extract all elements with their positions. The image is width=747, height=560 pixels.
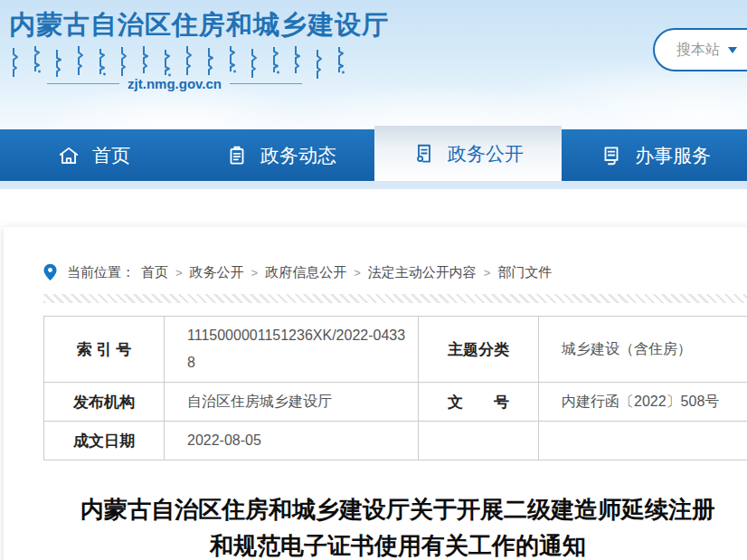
nav-item-home[interactable]: 首页 (0, 129, 187, 181)
index-number-value: 1115000001151236XK/2022-04338 (165, 317, 419, 383)
url-rule-left (47, 83, 119, 84)
nav-item-news[interactable]: 政务动态 (187, 129, 374, 181)
service-icon (600, 144, 623, 167)
table-row: 索 引 号 1115000001151236XK/2022-04338 主题分类… (44, 317, 747, 383)
article-title: 内蒙古自治区住房和城乡建设厅关于开展二级建造师延续注册 和规范电子证书使用有关工… (43, 491, 747, 560)
location-pin-icon (43, 263, 57, 281)
url-rule-right (230, 83, 302, 84)
site-header: 内蒙古自治区住房和城乡建设厅 zjt.nmg.gov.cn (0, 0, 747, 129)
breadcrumb: 当前位置： 首页 > 政务公开 > 政府信息公开 > 法定主动公开内容 > 部门… (43, 263, 747, 281)
search-category-select[interactable]: 搜本站 (655, 41, 747, 60)
caret-down-icon (728, 47, 737, 53)
issuing-agency-label: 发布机构 (44, 383, 165, 422)
table-row: 成文日期 2022-08-05 (44, 422, 747, 460)
browser-viewport: 内蒙古自治区住房和城乡建设厅 zjt.nmg.gov.cn (0, 0, 747, 560)
doc-number-label: 文 号 (419, 383, 539, 422)
breadcrumb-item-home[interactable]: 首页 (141, 264, 168, 281)
search-category-label: 搜本站 (676, 41, 720, 60)
nav-bottom-strip (0, 181, 747, 189)
breadcrumb-item-disclosure[interactable]: 政务公开 (190, 264, 244, 281)
breadcrumb-item-gov-info[interactable]: 政府信息公开 (265, 264, 346, 281)
topic-category-label: 主题分类 (419, 317, 539, 383)
breadcrumb-separator: > (353, 266, 362, 280)
empty-label-cell (419, 422, 539, 460)
doc-number-value: 内建行函〔2022〕508号 (539, 383, 747, 422)
index-number-label: 索 引 号 (44, 317, 165, 383)
breadcrumb-label: 当前位置： (67, 264, 135, 281)
nav-item-disclosure[interactable]: 政务公开 (374, 126, 562, 181)
site-url-row: zjt.nmg.gov.cn (47, 76, 302, 91)
nav-item-services[interactable]: 办事服务 (562, 129, 747, 181)
breadcrumb-separator: > (251, 266, 260, 280)
site-title: 内蒙古自治区住房和城乡建设厅 (9, 7, 389, 43)
hatch-divider (43, 294, 747, 303)
article-title-line1: 内蒙古自治区住房和城乡建设厅关于开展二级建造师延续注册 (43, 491, 747, 527)
content-card: 当前位置： 首页 > 政务公开 > 政府信息公开 > 法定主动公开内容 > 部门… (4, 227, 747, 560)
issuing-agency-value: 自治区住房城乡建设厅 (165, 383, 419, 422)
page: 内蒙古自治区住房和城乡建设厅 zjt.nmg.gov.cn (0, 0, 747, 560)
mongolian-script (11, 45, 358, 80)
table-row: 发布机构 自治区住房城乡建设厅 文 号 内建行函〔2022〕508号 (44, 383, 747, 422)
main-nav: 首页 政务动态 政务公开 (0, 129, 747, 181)
home-icon (57, 144, 80, 167)
news-icon (225, 144, 249, 167)
breadcrumb-separator: > (483, 266, 492, 280)
breadcrumb-item-dept-docs[interactable]: 部门文件 (497, 264, 552, 281)
disclosure-icon (412, 142, 436, 166)
topic-category-value: 城乡建设（含住房） (539, 317, 747, 383)
nav-item-label: 首页 (92, 143, 130, 168)
article-title-line2: 和规范电子证书使用有关工作的通知 (43, 527, 747, 560)
issue-date-value: 2022-08-05 (165, 422, 419, 460)
site-search[interactable]: 搜本站 (653, 28, 747, 71)
site-url: zjt.nmg.gov.cn (128, 76, 222, 91)
issue-date-label: 成文日期 (44, 422, 165, 460)
document-info-table: 索 引 号 1115000001151236XK/2022-04338 主题分类… (43, 316, 747, 460)
empty-value-cell (539, 422, 747, 460)
nav-item-label: 办事服务 (635, 143, 711, 168)
breadcrumb-item-statutory[interactable]: 法定主动公开内容 (368, 264, 477, 281)
nav-item-label: 政务动态 (260, 143, 336, 168)
breadcrumb-separator: > (175, 266, 184, 280)
nav-item-label: 政务公开 (448, 141, 524, 166)
